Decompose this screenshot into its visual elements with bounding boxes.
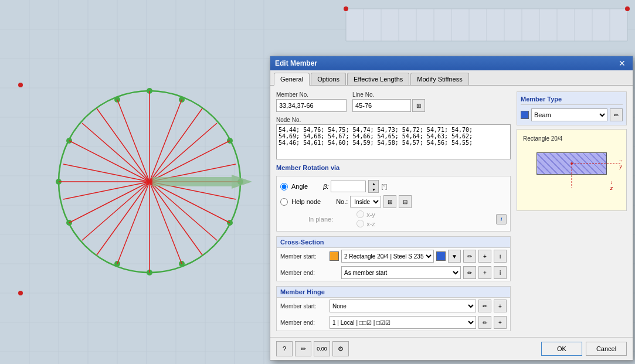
helpnode-radio-row: Help node No.: Inside ⊞ ⊟ (280, 195, 507, 208)
mh-start-row: Member start: None ✏ + (277, 298, 510, 314)
tab-options[interactable]: Options (311, 73, 346, 85)
edit-btn[interactable]: ✏ (295, 341, 311, 356)
cs-end-edit-btn[interactable]: ✏ (463, 266, 476, 279)
cs-color-box (330, 251, 339, 261)
cs-end-label: Member end: (280, 270, 327, 276)
section-shape: → y ↓ z (536, 152, 607, 175)
angle-radio[interactable] (280, 183, 288, 190)
member-no-label: Member No. (276, 91, 347, 98)
member-type-color (521, 111, 529, 119)
beta-up-btn[interactable]: ▲ (369, 181, 378, 186)
info-icon[interactable]: i (496, 214, 507, 224)
cs-end-info-btn[interactable]: i (494, 266, 507, 279)
xz-label: x-z (366, 220, 375, 227)
node-no-label: Node No. (276, 117, 511, 123)
mh-end-label: Member end: (280, 319, 327, 326)
helpnode-radio[interactable] (280, 198, 288, 206)
mh-end-select[interactable]: 1 | Local | □□☑ | □☑☑ (330, 316, 476, 329)
mh-end-row: Member end: 1 | Local | □□☑ | □☑☑ ✏ + (277, 314, 510, 331)
cs-end-row: Member end: As member start ✏ + i (277, 264, 510, 281)
beta-row: β: ▲ ▼ [°] (323, 180, 387, 193)
z-label: z (610, 185, 613, 191)
edit-member-dialog: Edit Member ✕ General Options Effective … (270, 56, 633, 360)
xy-row: x-y (356, 210, 375, 218)
no-label: No.: (336, 198, 348, 205)
helpnode-controls: No.: Inside ⊞ ⊟ (336, 195, 412, 208)
ok-button[interactable]: OK (541, 342, 582, 356)
cs-start-label: Member start: (280, 253, 327, 260)
cs-start-edit-btn[interactable]: ✏ (463, 250, 476, 263)
cancel-button[interactable]: Cancel (586, 342, 627, 356)
inplane-row: In plane: x-y x-z (291, 210, 507, 227)
cs-start-add-btn[interactable]: + (478, 250, 491, 263)
svg-point-41 (18, 291, 23, 295)
beta-unit: [°] (381, 183, 387, 190)
helpnode-label: Help node (291, 198, 321, 205)
member-no-input[interactable] (276, 99, 347, 112)
help-btn[interactable]: ? (276, 341, 293, 356)
helpnode-clear-btn[interactable]: ⊟ (399, 195, 412, 208)
beta-down-btn[interactable]: ▼ (369, 186, 378, 192)
member-type-select[interactable]: Beam (531, 108, 607, 121)
inplane-label: In plane: (308, 216, 333, 223)
member-type-select-row: Beam ✏ (521, 108, 623, 121)
member-type-edit-btn[interactable]: ✏ (610, 108, 623, 121)
y-axis-label: → (618, 158, 623, 164)
inside-select[interactable]: Inside (350, 196, 381, 207)
node-no-textarea[interactable] (276, 124, 511, 159)
center-dot (571, 162, 573, 165)
tab-modify-stiffness[interactable]: Modify Stiffness (410, 73, 468, 85)
mh-start-add-btn[interactable]: + (494, 300, 507, 312)
z-axis: ↓ z (610, 179, 613, 191)
svg-point-38 (344, 6, 348, 11)
cs-end-select[interactable]: As member start (341, 266, 461, 279)
cs-start-info-btn[interactable]: i (494, 250, 507, 263)
footer-action-btns: OK Cancel (541, 342, 627, 356)
rotation-panel: Angle β: ▲ ▼ [°] (276, 176, 511, 232)
xz-radio[interactable] (356, 220, 364, 227)
left-panel: Member No. Line No. ⊞ Node No. Membe (276, 91, 511, 331)
dialog-title: Edit Member (275, 59, 317, 67)
mh-start-label: Member start: (280, 303, 327, 309)
beta-input[interactable] (331, 181, 366, 192)
node-no-group: Node No. (276, 117, 511, 159)
line-no-picker-btn[interactable]: ⊞ (412, 99, 425, 112)
dialog-footer: ? ✏ 0.00 ⚙ OK Cancel (270, 337, 633, 360)
svg-rect-80 (152, 177, 232, 186)
mh-start-select[interactable]: None (330, 300, 476, 312)
rotation-header: Member Rotation via (276, 164, 511, 171)
dialog-body: Member No. Line No. ⊞ Node No. Membe (270, 86, 633, 337)
member-type-panel: Member Type Beam ✏ (517, 91, 627, 125)
inplane-options: x-y x-z (356, 210, 375, 227)
cs-start-select[interactable]: 2 Rectangle 20/4 | Steel S 235 (341, 250, 434, 263)
helpnode-pick-btn[interactable]: ⊞ (383, 195, 396, 208)
line-no-input[interactable] (352, 99, 411, 112)
mh-start-edit-btn[interactable]: ✏ (478, 300, 491, 312)
mh-end-add-btn[interactable]: + (494, 316, 507, 329)
line-no-label: Line No. (352, 91, 425, 98)
right-panel: Member Type Beam ✏ Rectangle 20/4 (517, 91, 627, 331)
tab-general[interactable]: General (274, 73, 310, 86)
section-preview-panel: Rectangle 20/4 → y ↓ z (517, 129, 627, 211)
line-no-row: ⊞ (352, 99, 425, 112)
xy-radio[interactable] (356, 210, 364, 218)
zero-btn[interactable]: 0.00 (314, 341, 330, 356)
tab-effective-lengths[interactable]: Effective Lengths (347, 73, 409, 85)
member-line-row: Member No. Line No. ⊞ (276, 91, 511, 112)
z-axis-label: ↓ (610, 179, 613, 185)
tab-bar: General Options Effective Lengths Modify… (270, 70, 633, 86)
member-type-label: Member Type (521, 96, 623, 105)
svg-point-40 (18, 83, 23, 87)
rotation-section: Member Rotation via Angle β: ▲ ▼ (276, 164, 511, 232)
settings-btn[interactable]: ⚙ (332, 341, 349, 356)
cs-start-dropdown-btn[interactable]: ▼ (448, 250, 461, 263)
close-button[interactable]: ✕ (616, 59, 628, 67)
mh-end-edit-btn[interactable]: ✏ (478, 316, 491, 329)
xy-label: x-y (366, 211, 375, 218)
y-axis: → y (618, 158, 623, 169)
cs-blue-box (436, 251, 446, 261)
cs-end-add-btn[interactable]: + (478, 266, 491, 279)
beta-spinner[interactable]: ▲ ▼ (368, 180, 379, 193)
cross-section-block: Cross-Section Member start: 2 Rectangle … (276, 236, 511, 281)
member-hinge-block: Member Hinge Member start: None ✏ + Memb… (276, 286, 511, 331)
